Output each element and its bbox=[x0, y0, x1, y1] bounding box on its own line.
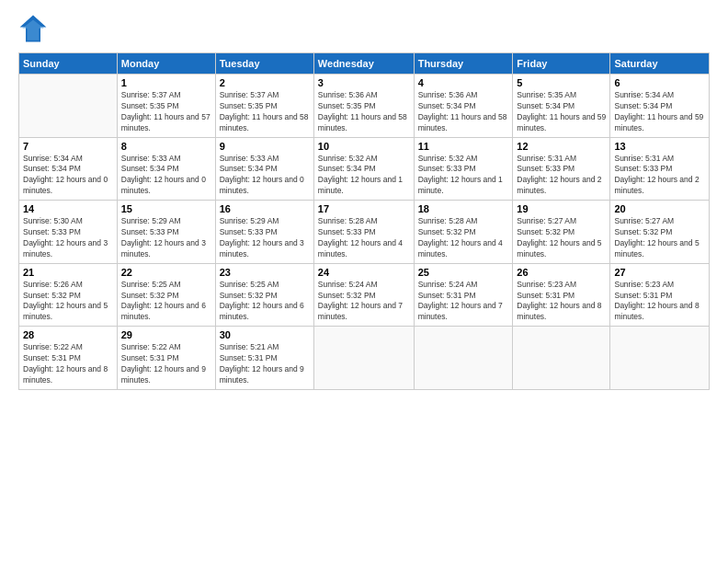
day-info: Sunrise: 5:31 AMSunset: 5:33 PMDaylight:… bbox=[517, 154, 606, 198]
day-info: Sunrise: 5:28 AMSunset: 5:32 PMDaylight:… bbox=[418, 216, 509, 260]
day-number: 24 bbox=[318, 267, 410, 278]
day-info: Sunrise: 5:24 AMSunset: 5:32 PMDaylight:… bbox=[318, 280, 410, 324]
day-number: 2 bbox=[220, 77, 310, 88]
day-info: Sunrise: 5:37 AMSunset: 5:35 PMDaylight:… bbox=[121, 90, 211, 134]
day-number: 12 bbox=[517, 141, 606, 152]
calendar-cell: 23Sunrise: 5:25 AMSunset: 5:32 PMDayligh… bbox=[215, 263, 313, 327]
day-info: Sunrise: 5:36 AMSunset: 5:34 PMDaylight:… bbox=[418, 90, 509, 134]
calendar-week-2: 7Sunrise: 5:34 AMSunset: 5:34 PMDaylight… bbox=[19, 137, 710, 201]
day-number: 29 bbox=[121, 329, 211, 340]
calendar-header-friday: Friday bbox=[513, 53, 610, 75]
day-info: Sunrise: 5:29 AMSunset: 5:33 PMDaylight:… bbox=[121, 216, 211, 260]
day-number: 4 bbox=[418, 77, 509, 88]
calendar-header-thursday: Thursday bbox=[414, 53, 513, 75]
day-info: Sunrise: 5:27 AMSunset: 5:32 PMDaylight:… bbox=[614, 216, 705, 260]
calendar-cell: 20Sunrise: 5:27 AMSunset: 5:32 PMDayligh… bbox=[610, 201, 710, 264]
calendar-header-sunday: Sunday bbox=[19, 53, 118, 75]
day-info: Sunrise: 5:30 AMSunset: 5:33 PMDaylight:… bbox=[23, 216, 113, 260]
day-info: Sunrise: 5:35 AMSunset: 5:34 PMDaylight:… bbox=[517, 90, 606, 134]
day-number: 8 bbox=[121, 141, 211, 152]
calendar-cell bbox=[513, 327, 610, 390]
calendar-cell: 17Sunrise: 5:28 AMSunset: 5:33 PMDayligh… bbox=[313, 201, 414, 264]
day-number: 3 bbox=[318, 77, 410, 88]
day-info: Sunrise: 5:21 AMSunset: 5:31 PMDaylight:… bbox=[220, 342, 310, 386]
calendar-cell: 1Sunrise: 5:37 AMSunset: 5:35 PMDaylight… bbox=[117, 75, 215, 138]
calendar-cell bbox=[414, 327, 513, 390]
day-number: 21 bbox=[23, 267, 113, 278]
day-number: 30 bbox=[220, 329, 310, 340]
calendar-cell: 27Sunrise: 5:23 AMSunset: 5:31 PMDayligh… bbox=[610, 263, 710, 327]
day-info: Sunrise: 5:23 AMSunset: 5:31 PMDaylight:… bbox=[614, 280, 705, 324]
calendar-header-wednesday: Wednesday bbox=[313, 53, 414, 75]
day-number: 19 bbox=[517, 203, 606, 214]
day-info: Sunrise: 5:28 AMSunset: 5:33 PMDaylight:… bbox=[318, 216, 410, 260]
calendar-week-5: 28Sunrise: 5:22 AMSunset: 5:31 PMDayligh… bbox=[19, 327, 710, 390]
calendar-cell: 15Sunrise: 5:29 AMSunset: 5:33 PMDayligh… bbox=[117, 201, 215, 264]
calendar-header-saturday: Saturday bbox=[610, 53, 710, 75]
calendar-cell: 11Sunrise: 5:32 AMSunset: 5:33 PMDayligh… bbox=[414, 137, 513, 201]
day-number: 16 bbox=[220, 203, 310, 214]
day-info: Sunrise: 5:29 AMSunset: 5:33 PMDaylight:… bbox=[220, 216, 310, 260]
calendar-week-4: 21Sunrise: 5:26 AMSunset: 5:32 PMDayligh… bbox=[19, 263, 710, 327]
calendar-cell: 7Sunrise: 5:34 AMSunset: 5:34 PMDaylight… bbox=[19, 137, 118, 201]
calendar-cell: 24Sunrise: 5:24 AMSunset: 5:32 PMDayligh… bbox=[313, 263, 414, 327]
day-info: Sunrise: 5:33 AMSunset: 5:34 PMDaylight:… bbox=[121, 154, 211, 198]
day-number: 28 bbox=[23, 329, 113, 340]
day-info: Sunrise: 5:37 AMSunset: 5:35 PMDaylight:… bbox=[220, 90, 310, 134]
day-number: 13 bbox=[614, 141, 705, 152]
calendar-cell: 21Sunrise: 5:26 AMSunset: 5:32 PMDayligh… bbox=[19, 263, 118, 327]
day-info: Sunrise: 5:25 AMSunset: 5:32 PMDaylight:… bbox=[121, 280, 211, 324]
day-number: 17 bbox=[318, 203, 410, 214]
calendar-header-monday: Monday bbox=[117, 53, 215, 75]
calendar-cell: 5Sunrise: 5:35 AMSunset: 5:34 PMDaylight… bbox=[513, 75, 610, 138]
day-number: 5 bbox=[517, 77, 606, 88]
calendar-cell: 14Sunrise: 5:30 AMSunset: 5:33 PMDayligh… bbox=[19, 201, 118, 264]
logo bbox=[18, 14, 51, 43]
calendar-cell: 13Sunrise: 5:31 AMSunset: 5:33 PMDayligh… bbox=[610, 137, 710, 201]
calendar-cell: 3Sunrise: 5:36 AMSunset: 5:35 PMDaylight… bbox=[313, 75, 414, 138]
day-number: 22 bbox=[121, 267, 211, 278]
day-info: Sunrise: 5:32 AMSunset: 5:34 PMDaylight:… bbox=[318, 154, 410, 198]
calendar-table: SundayMondayTuesdayWednesdayThursdayFrid… bbox=[18, 52, 710, 390]
day-info: Sunrise: 5:34 AMSunset: 5:34 PMDaylight:… bbox=[23, 154, 113, 198]
header bbox=[18, 14, 710, 43]
calendar-cell: 28Sunrise: 5:22 AMSunset: 5:31 PMDayligh… bbox=[19, 327, 118, 390]
day-number: 27 bbox=[614, 267, 705, 278]
calendar-cell: 6Sunrise: 5:34 AMSunset: 5:34 PMDaylight… bbox=[610, 75, 710, 138]
day-info: Sunrise: 5:36 AMSunset: 5:35 PMDaylight:… bbox=[318, 90, 410, 134]
day-number: 11 bbox=[418, 141, 509, 152]
day-info: Sunrise: 5:23 AMSunset: 5:31 PMDaylight:… bbox=[517, 280, 606, 324]
calendar-week-1: 1Sunrise: 5:37 AMSunset: 5:35 PMDaylight… bbox=[19, 75, 710, 138]
calendar-cell: 26Sunrise: 5:23 AMSunset: 5:31 PMDayligh… bbox=[513, 263, 610, 327]
day-number: 6 bbox=[614, 77, 705, 88]
day-info: Sunrise: 5:33 AMSunset: 5:34 PMDaylight:… bbox=[220, 154, 310, 198]
calendar-cell: 10Sunrise: 5:32 AMSunset: 5:34 PMDayligh… bbox=[313, 137, 414, 201]
calendar-header-tuesday: Tuesday bbox=[215, 53, 313, 75]
day-number: 14 bbox=[23, 203, 113, 214]
page: SundayMondayTuesdayWednesdayThursdayFrid… bbox=[0, 0, 728, 563]
calendar-cell: 12Sunrise: 5:31 AMSunset: 5:33 PMDayligh… bbox=[513, 137, 610, 201]
calendar-cell: 2Sunrise: 5:37 AMSunset: 5:35 PMDaylight… bbox=[215, 75, 313, 138]
day-number: 26 bbox=[517, 267, 606, 278]
calendar-cell: 18Sunrise: 5:28 AMSunset: 5:32 PMDayligh… bbox=[414, 201, 513, 264]
calendar-week-3: 14Sunrise: 5:30 AMSunset: 5:33 PMDayligh… bbox=[19, 201, 710, 264]
calendar-cell: 30Sunrise: 5:21 AMSunset: 5:31 PMDayligh… bbox=[215, 327, 313, 390]
day-number: 25 bbox=[418, 267, 509, 278]
day-number: 20 bbox=[614, 203, 705, 214]
day-number: 7 bbox=[23, 141, 113, 152]
day-number: 1 bbox=[121, 77, 211, 88]
day-info: Sunrise: 5:31 AMSunset: 5:33 PMDaylight:… bbox=[614, 154, 705, 198]
calendar-cell: 25Sunrise: 5:24 AMSunset: 5:31 PMDayligh… bbox=[414, 263, 513, 327]
day-info: Sunrise: 5:22 AMSunset: 5:31 PMDaylight:… bbox=[23, 342, 113, 386]
calendar-cell: 9Sunrise: 5:33 AMSunset: 5:34 PMDaylight… bbox=[215, 137, 313, 201]
day-info: Sunrise: 5:22 AMSunset: 5:31 PMDaylight:… bbox=[121, 342, 211, 386]
day-info: Sunrise: 5:32 AMSunset: 5:33 PMDaylight:… bbox=[418, 154, 509, 198]
day-number: 15 bbox=[121, 203, 211, 214]
calendar-cell: 16Sunrise: 5:29 AMSunset: 5:33 PMDayligh… bbox=[215, 201, 313, 264]
day-info: Sunrise: 5:34 AMSunset: 5:34 PMDaylight:… bbox=[614, 90, 705, 134]
day-info: Sunrise: 5:24 AMSunset: 5:31 PMDaylight:… bbox=[418, 280, 509, 324]
day-number: 23 bbox=[220, 267, 310, 278]
calendar-cell bbox=[19, 75, 118, 138]
calendar-cell: 19Sunrise: 5:27 AMSunset: 5:32 PMDayligh… bbox=[513, 201, 610, 264]
calendar-header-row: SundayMondayTuesdayWednesdayThursdayFrid… bbox=[19, 53, 710, 75]
